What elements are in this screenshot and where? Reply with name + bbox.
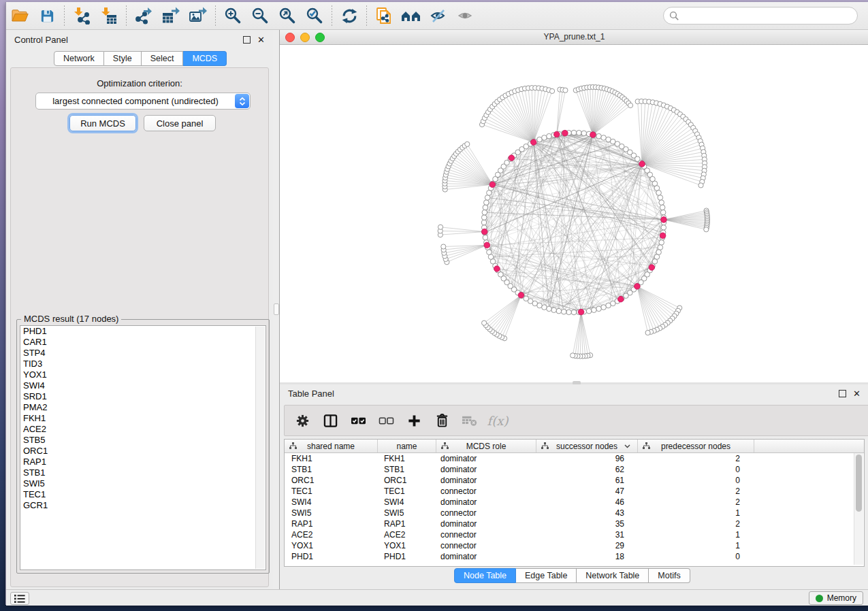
graph-node[interactable]: [659, 240, 664, 246]
column-header-successor-nodes[interactable]: successor nodes: [536, 440, 638, 452]
graph-node[interactable]: [658, 245, 663, 250]
tab-node-table[interactable]: Node Table: [454, 568, 516, 583]
search-field[interactable]: [679, 9, 857, 22]
graph-node[interactable]: [606, 303, 611, 308]
select-all-rows-icon[interactable]: [350, 412, 366, 429]
network-graph[interactable]: [280, 44, 868, 382]
table-settings-icon[interactable]: [294, 412, 310, 429]
graph-node[interactable]: [488, 254, 494, 260]
mcds-result-list[interactable]: PHD1CAR1STP4TID3YOX1SWI4SRD1PMA2FKH1ACE2…: [20, 325, 266, 570]
graph-node[interactable]: [571, 130, 577, 135]
graph-mcds-node[interactable]: [530, 139, 536, 146]
table-row[interactable]: ORC1ORC1dominator610: [285, 475, 864, 486]
column-header-mcds-role[interactable]: MCDS role: [436, 440, 536, 452]
graph-leaf-node[interactable]: [704, 227, 709, 232]
graph-node[interactable]: [586, 308, 592, 314]
graph-node[interactable]: [481, 220, 487, 225]
graph-node[interactable]: [659, 200, 664, 205]
table-row[interactable]: YOX1YOX1connector291: [285, 540, 864, 551]
search-input[interactable]: [663, 7, 858, 24]
graph-mcds-node[interactable]: [481, 229, 487, 235]
graph-node[interactable]: [661, 225, 666, 231]
graph-leaf-node[interactable]: [698, 183, 703, 188]
tab-network-table[interactable]: Network Table: [577, 568, 649, 583]
export-network-icon[interactable]: [130, 4, 157, 27]
column-header-name[interactable]: name: [378, 440, 436, 452]
tab-style[interactable]: Style: [104, 51, 142, 66]
table-row[interactable]: FKH1FKH1dominator962: [285, 453, 864, 464]
graph-node[interactable]: [596, 306, 602, 312]
tab-select[interactable]: Select: [142, 51, 184, 66]
add-column-icon[interactable]: [406, 412, 422, 429]
refresh-icon[interactable]: [336, 4, 363, 27]
vertical-splitter[interactable]: [273, 30, 280, 591]
graph-mcds-node[interactable]: [509, 155, 515, 161]
graph-node[interactable]: [660, 205, 665, 210]
graph-node[interactable]: [654, 186, 660, 191]
float-panel-icon[interactable]: [243, 36, 251, 44]
tab-edge-table[interactable]: Edge Table: [516, 568, 577, 583]
graph-leaf-node[interactable]: [441, 244, 446, 249]
close-panel-button[interactable]: Close panel: [144, 115, 216, 131]
graph-node[interactable]: [581, 131, 587, 136]
mcds-result-item[interactable]: STB1: [20, 467, 266, 478]
graph-leaf-node[interactable]: [465, 142, 470, 146]
graph-node[interactable]: [561, 309, 566, 314]
tab-motifs[interactable]: Motifs: [649, 568, 690, 583]
graph-node[interactable]: [547, 306, 552, 312]
graph-node[interactable]: [660, 210, 666, 215]
graph-leaf-node[interactable]: [482, 320, 487, 325]
float-panel-icon[interactable]: [839, 390, 846, 397]
hide-selected-icon[interactable]: [425, 4, 452, 27]
graph-leaf-node[interactable]: [570, 353, 575, 358]
first-neighbors-icon[interactable]: [398, 4, 425, 27]
table-row[interactable]: SWI5SWI5connector431: [285, 508, 864, 518]
graph-node[interactable]: [547, 133, 552, 139]
graph-mcds-node[interactable]: [494, 266, 500, 272]
graph-leaf-node[interactable]: [628, 103, 632, 108]
graph-leaf-node[interactable]: [563, 88, 568, 93]
graph-mcds-node[interactable]: [484, 242, 490, 248]
task-history-button[interactable]: [10, 592, 29, 605]
graph-node[interactable]: [487, 250, 492, 255]
graph-node[interactable]: [601, 305, 607, 310]
mcds-result-item[interactable]: PHD1: [20, 326, 266, 337]
show-all-icon[interactable]: [452, 4, 479, 27]
graph-mcds-node[interactable]: [617, 296, 624, 302]
mcds-result-item[interactable]: SRD1: [20, 391, 266, 402]
network-titlebar[interactable]: YPA_prune.txt_1: [280, 30, 868, 45]
close-panel-icon[interactable]: ✕: [853, 391, 861, 397]
mcds-result-item[interactable]: STP4: [20, 348, 266, 359]
deselect-all-rows-icon[interactable]: [378, 412, 394, 429]
graph-mcds-node[interactable]: [562, 130, 568, 136]
graph-node[interactable]: [596, 133, 602, 139]
tab-network[interactable]: Network: [54, 51, 104, 66]
graph-node[interactable]: [556, 308, 562, 314]
mcds-list-scrollbar[interactable]: [255, 327, 265, 569]
mcds-result-item[interactable]: FKH1: [20, 413, 266, 424]
graph-leaf-node[interactable]: [645, 330, 650, 335]
column-header-shared-name[interactable]: shared name: [285, 440, 378, 452]
column-header-predecessor-nodes[interactable]: predecessor nodes: [638, 440, 754, 452]
mcds-result-item[interactable]: YOX1: [20, 369, 266, 380]
network-canvas[interactable]: [280, 44, 868, 382]
graph-node[interactable]: [656, 250, 662, 255]
graph-node[interactable]: [571, 310, 577, 315]
graph-node[interactable]: [658, 195, 663, 201]
graph-node[interactable]: [481, 215, 487, 220]
graph-node[interactable]: [592, 308, 597, 313]
save-session-icon[interactable]: [33, 4, 61, 27]
graph-mcds-node[interactable]: [590, 132, 596, 138]
graph-node[interactable]: [487, 191, 492, 196]
column-layout-icon[interactable]: [322, 412, 338, 429]
import-table-icon[interactable]: [95, 4, 123, 27]
graph-mcds-node[interactable]: [661, 217, 667, 223]
mcds-result-item[interactable]: STB5: [20, 435, 266, 446]
graph-leaf-node[interactable]: [549, 88, 554, 93]
graph-node[interactable]: [537, 137, 543, 142]
graph-node[interactable]: [483, 235, 488, 240]
graph-mcds-node[interactable]: [554, 131, 560, 137]
mcds-result-item[interactable]: TEC1: [20, 489, 266, 500]
graph-node[interactable]: [542, 135, 547, 141]
graph-node[interactable]: [484, 200, 489, 205]
